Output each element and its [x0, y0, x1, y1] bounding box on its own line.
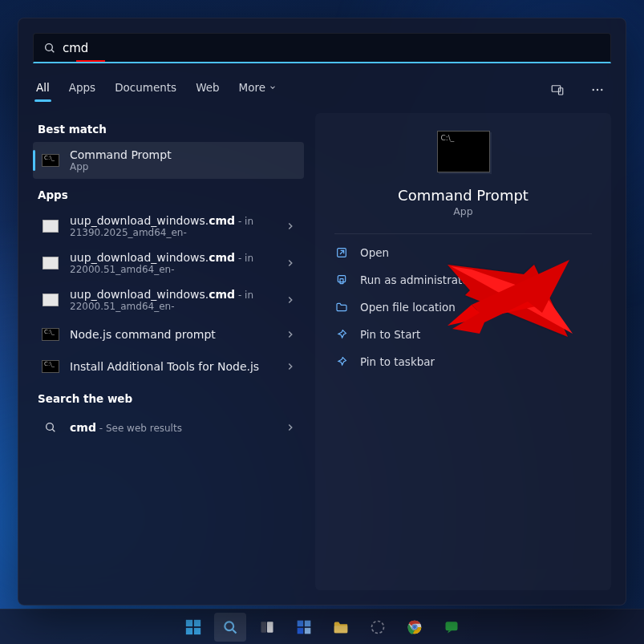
- result-app[interactable]: C:\_ Install Additional Tools for Node.j…: [33, 350, 304, 383]
- svg-rect-20: [185, 627, 192, 634]
- ellipsis-icon: [590, 83, 605, 97]
- details-title: Command Prompt: [398, 187, 529, 204]
- windows-icon: [184, 618, 202, 636]
- settings-or-app-button[interactable]: [362, 613, 394, 642]
- svg-rect-28: [297, 627, 303, 634]
- section-apps: Apps: [33, 179, 304, 208]
- tab-all[interactable]: All: [34, 78, 51, 102]
- tab-documents[interactable]: Documents: [113, 78, 178, 102]
- chevron-down-icon: [269, 83, 277, 91]
- svg-rect-30: [334, 626, 347, 633]
- svg-point-31: [371, 621, 383, 633]
- svg-rect-12: [340, 279, 343, 284]
- svg-line-1: [51, 50, 54, 52]
- script-file-icon: [43, 294, 59, 306]
- result-title: cmd - See web results: [70, 421, 275, 434]
- tab-apps[interactable]: Apps: [67, 78, 97, 102]
- result-subtitle: 21390.2025_amd64_en-: [70, 227, 275, 238]
- action-open-file-location[interactable]: Open file location: [315, 294, 611, 321]
- svg-rect-27: [304, 620, 310, 626]
- divider: [334, 233, 592, 234]
- svg-rect-19: [193, 619, 200, 626]
- open-icon: [335, 246, 348, 259]
- svg-line-8: [52, 429, 55, 431]
- result-best-match[interactable]: C:\_ Command Prompt App: [33, 142, 304, 179]
- result-subtitle: 22000.51_amd64_en-: [70, 301, 275, 312]
- circle-icon: [370, 619, 386, 635]
- result-app[interactable]: C:\_ Node.js command prompt: [33, 318, 304, 350]
- search-box[interactable]: [33, 33, 611, 63]
- svg-point-22: [225, 622, 233, 630]
- folder-icon: [335, 301, 348, 314]
- file-explorer-button[interactable]: [325, 613, 357, 642]
- svg-line-10: [340, 250, 344, 254]
- command-prompt-icon: C:\_: [42, 360, 59, 373]
- chevron-right-icon: [285, 294, 296, 306]
- chrome-icon: [407, 619, 423, 635]
- search-row: [18, 18, 626, 68]
- results-column: Best match C:\_ Command Prompt App Apps …: [33, 113, 304, 590]
- results-content: Best match C:\_ Command Prompt App Apps …: [18, 107, 626, 605]
- svg-line-23: [232, 629, 236, 633]
- filter-tabs: All Apps Documents Web More: [18, 68, 626, 107]
- action-open[interactable]: Open: [315, 239, 611, 266]
- devices-icon: [550, 83, 565, 97]
- svg-point-6: [601, 89, 602, 91]
- svg-point-7: [47, 423, 54, 431]
- search-across-devices-button[interactable]: [545, 78, 569, 102]
- result-title: uup_download_windows.cmd - in: [70, 288, 275, 301]
- action-label: Pin to Start: [360, 328, 420, 341]
- svg-point-35: [412, 625, 415, 628]
- result-title: Install Additional Tools for Node.js: [70, 360, 275, 373]
- pin-icon: [335, 355, 348, 368]
- tab-more[interactable]: More: [237, 78, 278, 102]
- result-app[interactable]: uup_download_windows.cmd - in 22000.51_a…: [33, 281, 304, 318]
- search-button[interactable]: [214, 613, 246, 642]
- chat-app-button[interactable]: [435, 613, 468, 642]
- search-input[interactable]: [63, 41, 601, 55]
- chevron-right-icon: [285, 361, 296, 372]
- section-web: Search the web: [33, 383, 304, 411]
- svg-rect-18: [185, 619, 192, 626]
- action-run-as-administrator[interactable]: Run as administrator: [315, 266, 611, 294]
- action-pin-to-start[interactable]: Pin to Start: [315, 321, 611, 348]
- svg-rect-36: [445, 622, 457, 630]
- svg-rect-2: [552, 86, 561, 92]
- start-button[interactable]: [177, 613, 209, 642]
- action-label: Open file location: [360, 301, 456, 314]
- svg-point-5: [597, 89, 598, 91]
- details-column: C:\_ Command Prompt App Open Run as admi…: [315, 113, 611, 590]
- result-title: Command Prompt: [70, 148, 296, 161]
- result-app[interactable]: uup_download_windows.cmd - in 22000.51_a…: [33, 245, 304, 281]
- task-view-icon: [259, 619, 275, 635]
- result-app[interactable]: uup_download_windows.cmd - in 21390.2025…: [33, 208, 304, 245]
- task-view-button[interactable]: [251, 613, 283, 642]
- widgets-button[interactable]: [288, 613, 320, 642]
- chevron-right-icon: [285, 329, 296, 340]
- action-label: Open: [360, 246, 389, 259]
- chevron-right-icon: [285, 257, 296, 269]
- result-web[interactable]: cmd - See web results: [33, 411, 304, 444]
- annotation-underline: [76, 60, 105, 62]
- section-best-match: Best match: [33, 113, 304, 142]
- shield-icon: [335, 273, 348, 286]
- chrome-button[interactable]: [399, 613, 431, 642]
- action-label: Pin to taskbar: [360, 355, 435, 368]
- command-prompt-icon: C:\_: [437, 131, 490, 172]
- script-file-icon: [43, 257, 59, 269]
- svg-point-4: [593, 89, 594, 91]
- search-icon: [222, 619, 238, 635]
- chat-icon: [444, 619, 460, 635]
- chevron-right-icon: [285, 422, 296, 433]
- start-search-panel: All Apps Documents Web More Best match C…: [18, 18, 626, 606]
- svg-rect-24: [261, 622, 266, 632]
- svg-rect-21: [193, 627, 200, 634]
- details-hero: C:\_ Command Prompt App: [315, 131, 611, 229]
- tab-web[interactable]: Web: [194, 78, 221, 102]
- result-title: uup_download_windows.cmd - in: [70, 214, 275, 227]
- taskbar: [0, 609, 644, 644]
- action-pin-to-taskbar[interactable]: Pin to taskbar: [315, 348, 611, 375]
- more-options-button[interactable]: [585, 78, 610, 102]
- result-title: uup_download_windows.cmd - in: [70, 251, 275, 264]
- result-subtitle: App: [70, 161, 296, 172]
